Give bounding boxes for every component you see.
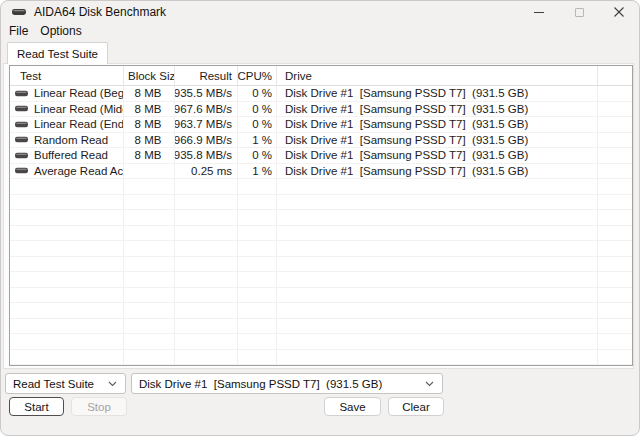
- table-row[interactable]: Buffered Read8 MB935.8 MB/s0 %Disk Drive…: [10, 148, 632, 164]
- column-header-test[interactable]: Test: [10, 66, 124, 86]
- cell-filler: [598, 257, 632, 273]
- close-button[interactable]: [599, 1, 639, 23]
- cell-test: [10, 334, 124, 350]
- cell-block-size: [124, 272, 175, 288]
- column-header-result[interactable]: Result: [175, 66, 238, 86]
- cell-drive: [277, 210, 598, 226]
- cell-test: Linear Read (Begin): [10, 86, 124, 102]
- column-header-block-size[interactable]: Block Size: [124, 66, 175, 86]
- test-name: Linear Read (Middle): [34, 103, 124, 115]
- test-name: Average Read Access: [34, 165, 124, 177]
- caption-buttons: [519, 1, 639, 23]
- cell-block-size: [124, 319, 175, 335]
- disk-drive-icon: [15, 90, 28, 97]
- cell-block-size: [124, 257, 175, 273]
- cell-drive: [277, 241, 598, 257]
- cell-drive: [277, 334, 598, 350]
- cell-filler: [598, 102, 632, 118]
- cell-test: [10, 226, 124, 242]
- cell-result: 963.7 MB/s: [175, 117, 238, 133]
- minimize-icon: [534, 12, 544, 13]
- cell-cpu: [238, 288, 277, 304]
- cell-test: [10, 319, 124, 335]
- cell-test: [10, 210, 124, 226]
- cell-cpu: [238, 350, 277, 366]
- suite-select-value: Read Test Suite: [6, 378, 108, 390]
- column-header-filler: [598, 66, 632, 86]
- drive-select[interactable]: Disk Drive #1 [Samsung PSSD T7] (931.5 G…: [131, 373, 443, 394]
- table-row[interactable]: Linear Read (End)8 MB963.7 MB/s0 %Disk D…: [10, 117, 632, 133]
- table-row-empty: [10, 195, 632, 211]
- menu-file[interactable]: File: [3, 24, 34, 38]
- table-row[interactable]: Random Read8 MB966.9 MB/s1 %Disk Drive #…: [10, 133, 632, 149]
- cell-test: [10, 195, 124, 211]
- save-button[interactable]: Save: [324, 397, 381, 416]
- minimize-button[interactable]: [519, 1, 559, 23]
- cell-result: [175, 272, 238, 288]
- cell-filler: [598, 164, 632, 180]
- cell-drive: [277, 288, 598, 304]
- start-button[interactable]: Start: [9, 397, 64, 416]
- cell-cpu: 1 %: [238, 133, 277, 149]
- cell-block-size: [124, 226, 175, 242]
- cell-filler: [598, 241, 632, 257]
- test-name: Buffered Read: [34, 149, 108, 161]
- disk-drive-icon: [15, 136, 28, 143]
- cell-result: [175, 288, 238, 304]
- column-header-cpu[interactable]: CPU%: [238, 66, 277, 86]
- cell-test: [10, 303, 124, 319]
- cell-block-size: [124, 334, 175, 350]
- cell-filler: [598, 334, 632, 350]
- cell-cpu: [238, 257, 277, 273]
- table-row-empty: [10, 257, 632, 273]
- cell-test: Buffered Read: [10, 148, 124, 164]
- suite-select[interactable]: Read Test Suite: [5, 373, 126, 394]
- cell-block-size: [124, 288, 175, 304]
- column-header-drive[interactable]: Drive: [277, 66, 598, 86]
- disk-drive-icon: [15, 105, 28, 112]
- clear-button[interactable]: Clear: [388, 397, 444, 416]
- table-row-empty: [10, 272, 632, 288]
- cell-result: 967.6 MB/s: [175, 102, 238, 118]
- window-title: AIDA64 Disk Benchmark: [34, 5, 166, 19]
- table-header-row: Test Block Size Result CPU% Drive: [10, 66, 632, 86]
- cell-cpu: [238, 319, 277, 335]
- table-row[interactable]: Average Read Access0.25 ms1 %Disk Drive …: [10, 164, 632, 180]
- cell-test: [10, 272, 124, 288]
- cell-drive: [277, 303, 598, 319]
- table-body: Linear Read (Begin)8 MB935.5 MB/s0 %Disk…: [10, 86, 632, 365]
- results-table: Test Block Size Result CPU% Drive Linear…: [9, 65, 633, 366]
- cell-filler: [598, 226, 632, 242]
- cell-test: [10, 241, 124, 257]
- table-row[interactable]: Linear Read (Begin)8 MB935.5 MB/s0 %Disk…: [10, 86, 632, 102]
- tab-read-test-suite[interactable]: Read Test Suite: [7, 42, 108, 64]
- table-row-empty: [10, 334, 632, 350]
- cell-filler: [598, 350, 632, 366]
- drive-select-value: Disk Drive #1 [Samsung PSSD T7] (931.5 G…: [132, 378, 425, 390]
- cell-result: [175, 210, 238, 226]
- cell-filler: [598, 319, 632, 335]
- cell-drive: Disk Drive #1 [Samsung PSSD T7] (931.5 G…: [277, 148, 598, 164]
- tab-label: Read Test Suite: [17, 48, 98, 60]
- cell-result: [175, 195, 238, 211]
- cell-result: [175, 241, 238, 257]
- cell-block-size: [124, 303, 175, 319]
- cell-block-size: 8 MB: [124, 102, 175, 118]
- cell-block-size: 8 MB: [124, 133, 175, 149]
- cell-cpu: 0 %: [238, 148, 277, 164]
- table-row-empty: [10, 210, 632, 226]
- table-row-empty: [10, 319, 632, 335]
- cell-block-size: [124, 241, 175, 257]
- cell-cpu: [238, 272, 277, 288]
- table-row-empty: [10, 303, 632, 319]
- table-row-empty: [10, 350, 632, 366]
- table-row[interactable]: Linear Read (Middle)8 MB967.6 MB/s0 %Dis…: [10, 102, 632, 118]
- cell-cpu: 0 %: [238, 102, 277, 118]
- menu-bar: File Options: [1, 23, 639, 39]
- cell-test: [10, 257, 124, 273]
- stop-button[interactable]: Stop: [71, 397, 127, 416]
- app-window: AIDA64 Disk Benchmark File Options Read …: [0, 0, 640, 436]
- menu-options[interactable]: Options: [34, 24, 87, 38]
- cell-result: 935.8 MB/s: [175, 148, 238, 164]
- cell-filler: [598, 210, 632, 226]
